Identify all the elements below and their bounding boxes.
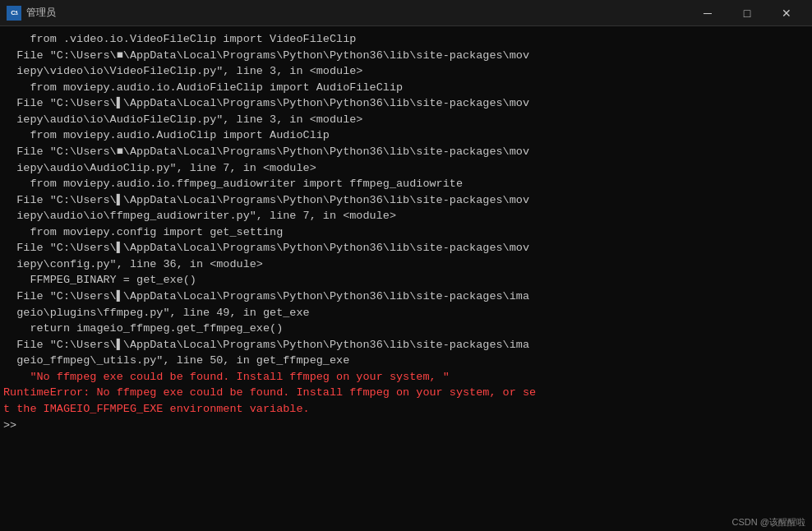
titlebar: C:\ 管理员 ─ □ ✕ [0, 0, 812, 26]
status-bar: CSDN @该醒醒啦 [726, 515, 812, 531]
icon-text: C:\ [11, 9, 17, 16]
terminal-output: from .video.io.VideoFileClip import Vide… [3, 31, 809, 433]
cmd-icon: C:\ [7, 6, 21, 21]
close-button[interactable]: ✕ [768, 0, 805, 26]
window-title: 管理员 [26, 6, 56, 20]
titlebar-left: C:\ 管理员 [7, 6, 56, 21]
minimize-button[interactable]: ─ [689, 0, 727, 26]
window-controls: ─ □ ✕ [689, 0, 805, 26]
terminal-window[interactable]: from .video.io.VideoFileClip import Vide… [0, 26, 812, 531]
maximize-button[interactable]: □ [728, 0, 766, 26]
